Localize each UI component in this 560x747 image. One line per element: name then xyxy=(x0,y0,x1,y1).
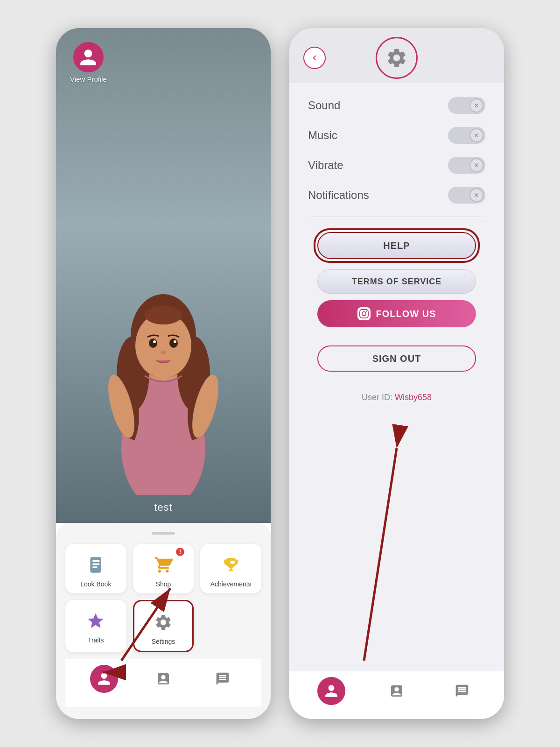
sound-toggle[interactable]: ✕ xyxy=(448,97,485,114)
sound-row: Sound ✕ xyxy=(308,97,485,114)
vibrate-row: Vibrate ✕ xyxy=(308,157,485,174)
user-id-label: User ID: xyxy=(362,393,392,402)
right-nav-chat-button[interactable] xyxy=(448,677,476,705)
menu-item-settings[interactable]: Settings xyxy=(133,600,194,652)
bottom-nav-right xyxy=(289,671,504,719)
traits-label: Traits xyxy=(88,636,104,644)
notifications-thumb: ✕ xyxy=(469,188,483,202)
user-icon xyxy=(78,48,98,67)
nav-chat-button[interactable] xyxy=(209,665,237,693)
user-id-row: User ID: Wisby658 xyxy=(308,393,485,402)
character-name: test xyxy=(154,501,172,514)
follow-button-container: FOLLOW US xyxy=(308,300,485,327)
sound-label: Sound xyxy=(308,99,340,112)
notifications-control: ✕ xyxy=(441,187,485,204)
vibrate-toggle[interactable]: ✕ xyxy=(448,157,485,174)
vibrate-label: Vibrate xyxy=(308,159,343,172)
help-box-outline: HELP xyxy=(314,228,480,263)
lookbook-icon xyxy=(84,553,107,577)
signout-button-container: SIGN OUT xyxy=(308,345,485,372)
help-button-container: HELP xyxy=(308,228,485,263)
svg-point-12 xyxy=(161,351,166,354)
back-icon xyxy=(309,53,320,63)
back-button[interactable] xyxy=(303,47,326,69)
phone-left: View Profile xyxy=(56,28,271,719)
music-toggle[interactable]: ✕ xyxy=(448,127,485,144)
menu-item-shop[interactable]: Shop xyxy=(133,544,194,593)
instagram-icon xyxy=(357,307,371,320)
tos-button-container: TERMS OF SERVICE xyxy=(308,269,485,294)
svg-point-8 xyxy=(149,338,157,348)
lookbook-label: Look Book xyxy=(80,580,111,588)
view-profile-button[interactable]: View Profile xyxy=(70,42,107,83)
right-nav-stories-button[interactable] xyxy=(383,677,411,705)
right-phone-wrapper: Sound ✕ Music ✕ xyxy=(289,28,504,719)
shop-badge xyxy=(176,548,184,556)
sign-out-button[interactable]: SIGN OUT xyxy=(317,345,476,372)
tos-button[interactable]: TERMS OF SERVICE xyxy=(317,269,476,294)
notifications-row: Notifications ✕ xyxy=(308,187,485,204)
traits-icon xyxy=(84,609,107,633)
settings-label: Settings xyxy=(152,638,175,645)
bottom-sheet: Look Book Shop xyxy=(56,523,271,719)
left-phone: View Profile xyxy=(56,28,271,719)
vibrate-thumb: ✕ xyxy=(469,158,483,172)
right-profile-nav-icon xyxy=(324,684,339,698)
help-button[interactable]: HELP xyxy=(317,232,476,259)
stories-nav-icon xyxy=(156,671,171,686)
music-label: Music xyxy=(308,129,337,142)
achievements-icon xyxy=(219,553,243,577)
svg-point-11 xyxy=(174,340,176,343)
view-profile-label: View Profile xyxy=(70,75,107,83)
svg-point-9 xyxy=(169,338,178,348)
follow-us-button[interactable]: FOLLOW US xyxy=(317,300,476,327)
right-stories-nav-icon xyxy=(389,684,404,698)
svg-point-10 xyxy=(153,340,156,343)
sheet-handle xyxy=(152,532,175,535)
music-row: Music ✕ xyxy=(308,127,485,144)
settings-header xyxy=(289,28,504,83)
menu-item-traits[interactable]: Traits xyxy=(65,600,126,652)
chat-nav-icon xyxy=(215,671,230,686)
divider-1 xyxy=(308,217,485,217)
shop-label: Shop xyxy=(156,580,171,588)
menu-item-achievements[interactable]: Achievements xyxy=(200,544,261,593)
divider-3 xyxy=(308,383,485,383)
menu-grid: Look Book Shop xyxy=(65,544,261,652)
settings-gear-circle xyxy=(376,37,418,79)
settings-icon xyxy=(152,611,175,634)
character-illustration xyxy=(89,252,238,495)
follow-us-label: FOLLOW US xyxy=(376,309,436,319)
notifications-toggle[interactable]: ✕ xyxy=(448,187,485,204)
menu-item-lookbook[interactable]: Look Book xyxy=(65,544,126,593)
nav-profile-button[interactable] xyxy=(90,665,118,693)
music-thumb: ✕ xyxy=(469,128,483,142)
sound-thumb: ✕ xyxy=(469,99,483,113)
vibrate-control: ✕ xyxy=(441,157,485,174)
bottom-nav-left xyxy=(65,659,261,707)
user-id-value: Wisby658 xyxy=(395,393,432,402)
game-scene: View Profile xyxy=(56,28,271,523)
ig-svg xyxy=(359,309,369,318)
right-nav-profile-button[interactable] xyxy=(317,677,345,705)
shop-icon xyxy=(152,553,175,577)
nav-stories-button[interactable] xyxy=(149,665,177,693)
svg-point-13 xyxy=(145,306,182,324)
right-chat-nav-icon xyxy=(455,684,469,698)
phone-right: Sound ✕ Music ✕ xyxy=(289,28,504,719)
notifications-label: Notifications xyxy=(308,189,369,202)
settings-gear-icon xyxy=(385,47,408,69)
sound-control: ✕ xyxy=(441,97,485,114)
avatar xyxy=(73,42,104,72)
divider-2 xyxy=(308,334,485,334)
music-control: ✕ xyxy=(441,127,485,144)
achievements-label: Achievements xyxy=(210,580,252,588)
settings-content: Sound ✕ Music ✕ xyxy=(289,83,504,671)
profile-nav-icon xyxy=(97,671,112,686)
